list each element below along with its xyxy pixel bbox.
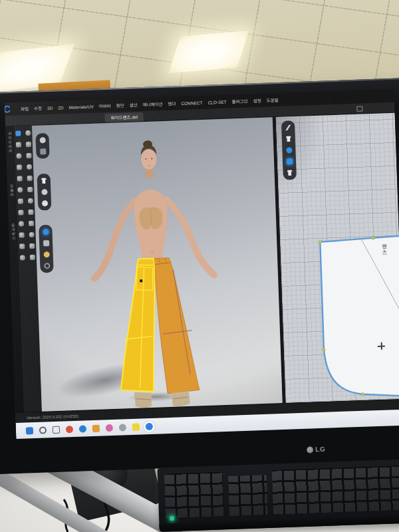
search-icon[interactable] <box>39 426 47 434</box>
settings-gear-icon[interactable] <box>44 263 50 269</box>
folder-app-icon[interactable] <box>92 425 100 432</box>
tool-icon[interactable] <box>20 255 25 260</box>
tool-icon[interactable] <box>27 187 33 192</box>
clo3d-app-icon[interactable] <box>146 423 153 430</box>
menu-item[interactable]: 도움말 <box>266 96 278 104</box>
tool-icon[interactable] <box>17 153 22 158</box>
view-3d-sphere-icon[interactable] <box>39 137 45 143</box>
sidebar-tab[interactable]: 모듈러 <box>9 184 15 197</box>
show-land-icon[interactable] <box>40 148 46 154</box>
tool-icon[interactable] <box>29 243 35 249</box>
toolbar-2d <box>281 120 297 180</box>
pin-tool-icon[interactable] <box>41 189 47 195</box>
ceiling-light-panel <box>169 31 249 74</box>
edge-browser-icon[interactable] <box>79 425 86 432</box>
photo-of-monitor: C 파일수정3D2DMaterials/UV아바타원단생산애니메이션렌더CONN… <box>0 0 399 532</box>
tool-icon[interactable] <box>27 176 32 181</box>
menu-item[interactable]: 설정 <box>253 97 261 104</box>
menu-item[interactable]: 아바타 <box>99 102 111 110</box>
fabric-active-icon[interactable] <box>286 158 292 164</box>
menu-item[interactable]: 렌더 <box>168 100 176 106</box>
tool-icon[interactable] <box>19 243 25 249</box>
show-avatar-icon[interactable] <box>41 200 47 206</box>
display-toolbar-3d <box>39 225 54 273</box>
cursor-crosshair <box>378 342 385 350</box>
tool-icon[interactable] <box>17 164 22 170</box>
document-tab[interactable]: 와이드팬츠.dxf <box>104 112 144 122</box>
menu-item[interactable]: 파일 <box>21 105 29 112</box>
viewport-2d[interactable]: 팬츠 <box>276 113 399 403</box>
tool-icon[interactable] <box>26 153 31 158</box>
tool-icon[interactable] <box>27 164 32 170</box>
show-garment-icon[interactable] <box>41 178 47 184</box>
pattern-annotation-label: 팬츠 <box>380 243 388 255</box>
viewport-3d[interactable] <box>32 117 283 411</box>
menu-item[interactable]: CONNECT <box>181 100 202 105</box>
sync-arrow-icon[interactable] <box>15 130 21 136</box>
menu-item[interactable]: 생산 <box>129 101 137 108</box>
windows-start-icon[interactable] <box>26 427 33 434</box>
kakaotalk-icon[interactable] <box>132 424 140 431</box>
pants-right-leg[interactable] <box>154 257 200 394</box>
lg-logo-icon <box>307 446 313 453</box>
photos-app-icon[interactable] <box>106 424 113 432</box>
tool-icon[interactable] <box>17 176 23 181</box>
menu-item[interactable]: 원단 <box>116 102 124 108</box>
lg-logo-text: LG <box>315 446 325 454</box>
menu-item[interactable]: 수정 <box>34 104 42 111</box>
avatar-feet <box>134 390 190 408</box>
float-window-icon[interactable] <box>356 106 362 112</box>
tool-icon[interactable] <box>26 142 31 147</box>
info-icon[interactable] <box>286 147 292 153</box>
version-text: Version: 2025.0.252 (r54232) <box>27 414 78 420</box>
keyboard-led <box>170 516 174 521</box>
show-garment-icon[interactable] <box>285 136 291 142</box>
fabric-active-icon[interactable] <box>43 229 49 235</box>
menu-item[interactable]: Materials/UV <box>68 104 93 109</box>
tool-icon[interactable] <box>29 232 34 237</box>
menu-item[interactable]: 3D <box>47 105 53 110</box>
tool-icon[interactable] <box>19 232 25 237</box>
keyboard-nav-keys <box>228 475 268 516</box>
tool-icon[interactable] <box>25 130 31 136</box>
keyboard-main-keys <box>272 466 399 515</box>
monitor-brand: LG <box>307 446 325 454</box>
tool-icon[interactable] <box>18 198 23 203</box>
avatar-3d[interactable] <box>32 117 279 411</box>
tool-icon[interactable] <box>28 198 33 203</box>
edit-pattern-pen-icon[interactable] <box>285 124 291 130</box>
keyboard <box>157 459 399 531</box>
menu-item[interactable]: 애니메이션 <box>142 100 162 108</box>
task-view-icon[interactable] <box>53 426 60 434</box>
menu-item[interactable]: CLO-SET <box>207 99 226 104</box>
monitor: C 파일수정3D2DMaterials/UV아바타원단생산애니메이션렌더CONN… <box>0 78 399 474</box>
selected-point[interactable] <box>140 279 142 282</box>
sidebar-tab[interactable]: 즐겨찾기 <box>11 223 17 241</box>
tool-icon[interactable] <box>19 221 24 226</box>
garment-toolbar-3d <box>37 174 51 211</box>
show-pattern-icon[interactable] <box>287 170 293 176</box>
pants-left-leg-selected[interactable] <box>116 259 158 393</box>
clo-logo: C <box>5 103 11 114</box>
tool-icon[interactable] <box>17 187 23 192</box>
screen: C 파일수정3D2DMaterials/UV아바타원단생산애니메이션렌더CONN… <box>5 89 399 439</box>
sidebar-tab[interactable]: 라이브러리 <box>7 132 13 154</box>
tool-icon[interactable] <box>19 209 24 215</box>
pants-pattern-piece[interactable] <box>319 235 399 398</box>
chrome-icon[interactable] <box>66 426 73 433</box>
tool-icon[interactable] <box>29 255 35 260</box>
tool-icon[interactable] <box>28 209 33 215</box>
view-toolbar-3d <box>35 133 49 159</box>
tool-icon[interactable] <box>16 142 21 147</box>
fabric-icon[interactable] <box>43 240 49 246</box>
keyboard-numpad <box>164 471 224 518</box>
mannequin-icon[interactable] <box>43 251 49 257</box>
menu-item[interactable]: 2D <box>58 105 64 110</box>
tool-icon[interactable] <box>29 221 34 226</box>
menu-item[interactable]: 플러그인 <box>232 98 248 105</box>
utility-app-icon[interactable] <box>119 424 126 431</box>
